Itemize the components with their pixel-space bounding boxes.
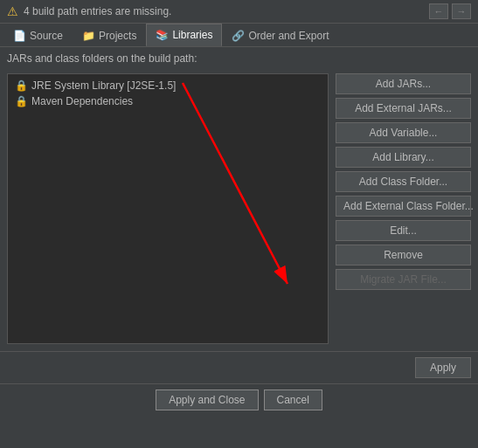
tab-projects[interactable]: 📁 Projects bbox=[73, 24, 146, 46]
buttons-panel: Add JARs... Add External JARs... Add Var… bbox=[336, 73, 471, 344]
tab-source-label: Source bbox=[30, 30, 63, 42]
add-external-class-folder-button[interactable]: Add External Class Folder... bbox=[336, 196, 471, 217]
warning-bar: ⚠ 4 build path entries are missing. ← → bbox=[0, 0, 478, 24]
nav-forward-button[interactable]: → bbox=[452, 3, 471, 19]
section-label-container: JARs and class folders on the build path… bbox=[0, 47, 478, 66]
remove-button[interactable]: Remove bbox=[336, 245, 471, 265]
nav-arrows: ← → bbox=[429, 3, 471, 19]
svg-line-1 bbox=[183, 83, 287, 284]
warning-text: 4 build path entries are missing. bbox=[24, 5, 424, 17]
warning-icon: ⚠ bbox=[7, 4, 18, 18]
tree-item-maven[interactable]: 🔒 Maven Dependencies bbox=[11, 93, 324, 109]
tab-order-export[interactable]: 🔗 Order and Export bbox=[222, 24, 338, 46]
bottom-bar: Apply bbox=[0, 351, 478, 383]
add-jars-button[interactable]: Add JARs... bbox=[336, 73, 471, 94]
libraries-tab-icon: 📚 bbox=[156, 29, 169, 41]
order-export-tab-icon: 🔗 bbox=[232, 30, 245, 42]
red-arrow-annotation bbox=[8, 74, 328, 343]
section-label: JARs and class folders on the build path… bbox=[7, 52, 197, 65]
tabs-bar: 📄 Source 📁 Projects 📚 Libraries 🔗 Order … bbox=[0, 24, 478, 47]
maven-label: Maven Dependencies bbox=[31, 95, 133, 107]
nav-back-button[interactable]: ← bbox=[429, 3, 448, 19]
add-class-folder-button[interactable]: Add Class Folder... bbox=[336, 171, 471, 192]
tree-panel: 🔒 JRE System Library [J2SE-1.5] 🔒 Maven … bbox=[7, 73, 329, 344]
migrate-jar-button[interactable]: Migrate JAR File... bbox=[336, 269, 471, 290]
add-library-button[interactable]: Add Library... bbox=[336, 147, 471, 168]
footer-bar: Apply and Close Cancel bbox=[0, 383, 478, 416]
tab-projects-label: Projects bbox=[99, 30, 136, 42]
main-panel: 🔒 JRE System Library [J2SE-1.5] 🔒 Maven … bbox=[0, 66, 478, 351]
apply-button[interactable]: Apply bbox=[415, 357, 471, 378]
tab-libraries-label: Libraries bbox=[172, 29, 212, 41]
edit-button[interactable]: Edit... bbox=[336, 220, 471, 241]
source-tab-icon: 📄 bbox=[13, 30, 26, 42]
add-external-jars-button[interactable]: Add External JARs... bbox=[336, 98, 471, 119]
add-variable-button[interactable]: Add Variable... bbox=[336, 122, 471, 143]
tab-libraries[interactable]: 📚 Libraries bbox=[146, 24, 222, 46]
maven-icon: 🔒 bbox=[15, 95, 28, 107]
tab-source[interactable]: 📄 Source bbox=[3, 24, 73, 46]
tab-order-export-label: Order and Export bbox=[248, 30, 329, 42]
jre-icon: 🔒 bbox=[15, 79, 28, 92]
tree-item-jre[interactable]: 🔒 JRE System Library [J2SE-1.5] bbox=[11, 78, 324, 93]
jre-label: JRE System Library [J2SE-1.5] bbox=[31, 79, 176, 92]
cancel-button[interactable]: Cancel bbox=[264, 389, 322, 410]
projects-tab-icon: 📁 bbox=[82, 30, 95, 42]
apply-close-button[interactable]: Apply and Close bbox=[156, 389, 258, 410]
